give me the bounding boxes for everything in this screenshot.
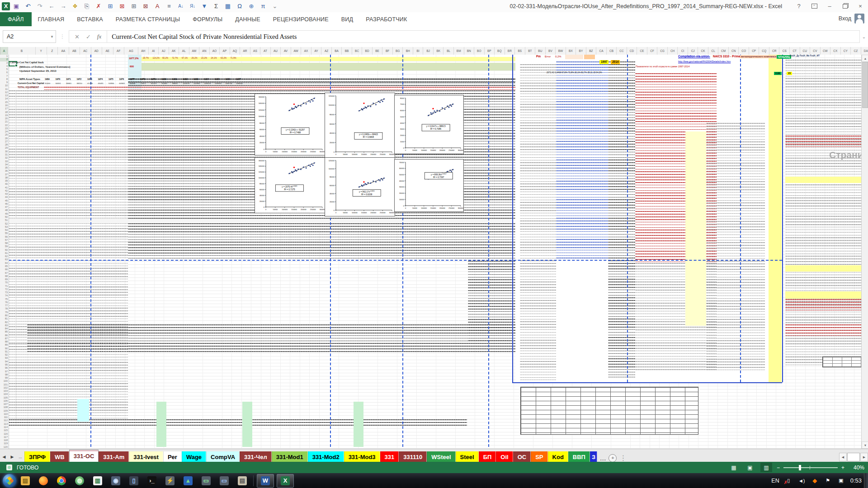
column-header-BS[interactable]: BS (515, 47, 525, 55)
row-header-101[interactable]: 101 (0, 383, 9, 386)
column-header-CQ[interactable]: CQ (759, 47, 769, 55)
column-header-AX[interactable]: AX (301, 47, 311, 55)
row-header-16[interactable]: 16 (0, 104, 9, 107)
phone-app-taskbar-icon[interactable]: ▯ (127, 475, 141, 487)
row-header-50[interactable]: 50 (0, 216, 9, 219)
column-header-BA[interactable]: BA (332, 47, 342, 55)
scatter-chart-2[interactable]: 0200004000060000800001000001200000500001… (325, 93, 395, 158)
column-header-BI[interactable]: BI (413, 47, 424, 55)
row-header-89[interactable]: 89 (0, 343, 9, 347)
row-header-26[interactable]: 26 (0, 137, 9, 140)
pi-icon[interactable]: π (258, 1, 269, 11)
flag-icon[interactable]: ⚑ (824, 477, 832, 484)
ribbon-tab-главная[interactable]: ГЛАВНАЯ (32, 12, 71, 26)
column-header-CI[interactable]: CI (678, 47, 688, 55)
column-header-AG[interactable]: AG (124, 47, 138, 55)
row-header-100[interactable]: 100 (0, 380, 9, 383)
column-header-AB[interactable]: AB (69, 47, 80, 55)
ribbon-options-button[interactable]: ^ (807, 0, 822, 12)
row-header-6[interactable]: 6 (0, 71, 9, 74)
row-header-90[interactable]: 90 (0, 347, 9, 350)
row-header-5[interactable]: 5 (0, 68, 9, 71)
scatter-chart-1[interactable]: 0200004000060000800001000001200001400001… (255, 94, 326, 155)
undo-icon[interactable]: ↶ (23, 1, 33, 11)
column-header-CL[interactable]: CL (708, 47, 719, 55)
row-header-28[interactable]: 28 (0, 143, 9, 146)
row-header-13[interactable]: 13 (0, 94, 9, 97)
row-header-36[interactable]: 36 (0, 169, 9, 173)
row-header-113[interactable]: 113 (0, 422, 9, 426)
sheet-tab-Steel[interactable]: Steel (456, 451, 479, 462)
delete-x-icon[interactable]: ✗ (93, 1, 104, 11)
row-headers[interactable]: 1234567891011121314151617181920212223242… (0, 55, 9, 449)
insert-cells-left-icon[interactable]: ⊞ (105, 1, 116, 11)
scatter-chart-4[interactable]: 0200004000060000800001000001200001400001… (255, 157, 326, 213)
row-header-47[interactable]: 47 (0, 206, 9, 209)
column-header-BB[interactable]: BB (342, 47, 352, 55)
column-header-AV[interactable]: AV (281, 47, 291, 55)
zoom-level[interactable]: 40% (849, 465, 864, 471)
row-header-115[interactable]: 115 (0, 429, 9, 432)
ribbon-tab-файл[interactable]: ФАЙЛ (0, 12, 32, 26)
page-break-view-icon[interactable]: ▥ (760, 463, 772, 472)
column-header-CX[interactable]: CX (830, 47, 841, 55)
hscroll-left-icon[interactable]: ◀ (839, 453, 847, 461)
row-header-102[interactable]: 102 (0, 386, 9, 389)
row-header-10[interactable]: 10 (0, 84, 9, 87)
row-header-15[interactable]: 15 (0, 101, 9, 104)
column-header-CO[interactable]: CO (739, 47, 749, 55)
column-header-BC[interactable]: BC (352, 47, 363, 55)
column-header-AL[interactable]: AL (179, 47, 189, 55)
zoom-in-icon[interactable]: + (841, 465, 844, 471)
row-header-104[interactable]: 104 (0, 393, 9, 396)
ribbon-tab-разработчик[interactable]: РАЗРАБОТЧИК (359, 12, 413, 26)
sheet-tab-331-Mod2[interactable]: 331-Mod2 (308, 451, 344, 462)
row-header-17[interactable]: 17 (0, 107, 9, 110)
column-header-BF[interactable]: BF (382, 47, 393, 55)
column-header-BK[interactable]: BK (434, 47, 444, 55)
row-header-24[interactable]: 24 (0, 130, 9, 133)
row-header-60[interactable]: 60 (0, 249, 9, 252)
row-header-31[interactable]: 31 (0, 153, 9, 156)
column-header-AA[interactable]: AA (58, 47, 69, 55)
script-tool-taskbar-icon[interactable]: ⚡ (163, 475, 177, 487)
scatter-chart-3[interactable]: 0100020003000400050006000700080000500001… (394, 95, 464, 154)
sign-in[interactable]: Вход (839, 14, 864, 23)
column-header-AW[interactable]: AW (291, 47, 302, 55)
report-app-taskbar-icon[interactable]: ▥ (91, 475, 104, 487)
remote-desktop-taskbar-icon[interactable]: ▭ (199, 475, 213, 487)
redo-icon[interactable]: ↷ (34, 1, 45, 11)
row-header-2[interactable]: 2 (0, 58, 9, 61)
tabs-scroll-left-icon[interactable]: ◀ (0, 451, 8, 462)
column-header-CU[interactable]: CU (800, 47, 811, 55)
row-header-82[interactable]: 82 (0, 321, 9, 324)
row-header-32[interactable]: 32 (0, 156, 9, 160)
row-header-87[interactable]: 87 (0, 337, 9, 340)
column-header-AP[interactable]: AP (220, 47, 230, 55)
cancel-icon[interactable]: ✕ (75, 33, 80, 40)
name-box[interactable]: A2▼ (3, 30, 56, 43)
row-header-81[interactable]: 81 (0, 317, 9, 320)
column-header-AU[interactable]: AU (271, 47, 281, 55)
column-header-DA[interactable]: DA (861, 47, 868, 55)
row-header-42[interactable]: 42 (0, 189, 9, 192)
row-header-93[interactable]: 93 (0, 357, 9, 360)
row-header-116[interactable]: 116 (0, 432, 9, 436)
row-header-91[interactable]: 91 (0, 350, 9, 353)
column-header-BR[interactable]: BR (505, 47, 515, 55)
font-color-icon[interactable]: A (152, 1, 163, 11)
column-header-AN[interactable]: AN (199, 47, 210, 55)
autosum-icon[interactable]: Σ (211, 1, 222, 11)
antivirus-icon[interactable]: ◆ (811, 477, 819, 484)
enter-icon[interactable]: ✓ (86, 33, 91, 40)
column-header-BD[interactable]: BD (362, 47, 373, 55)
sheet-tab-Oil[interactable]: Oil (496, 451, 513, 462)
row-header-75[interactable]: 75 (0, 298, 9, 301)
column-header-CB[interactable]: CB (607, 47, 617, 55)
column-header-BG[interactable]: BG (393, 47, 403, 55)
row-header-73[interactable]: 73 (0, 291, 9, 294)
row-header-99[interactable]: 99 (0, 376, 9, 380)
row-header-69[interactable]: 69 (0, 278, 9, 281)
column-header-CF[interactable]: CF (647, 47, 658, 55)
sheet-tab-331-Mod3[interactable]: 331-Mod3 (344, 451, 380, 462)
